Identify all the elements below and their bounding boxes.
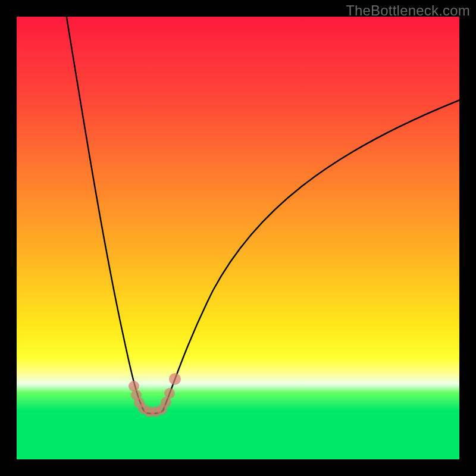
watermark-text: TheBottleneck.com (346, 2, 470, 19)
marker-dot (164, 388, 175, 399)
marker-dot (169, 373, 181, 385)
plot-area (17, 17, 459, 459)
chart-svg (17, 17, 459, 459)
marker-group (129, 373, 181, 417)
right-curve (163, 100, 459, 410)
left-curve (66, 17, 143, 409)
